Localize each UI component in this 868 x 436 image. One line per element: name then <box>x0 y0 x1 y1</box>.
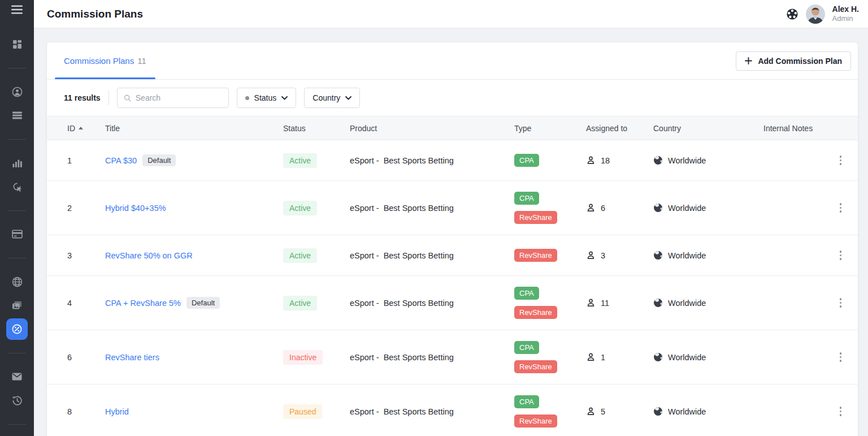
plan-title-link[interactable]: CPA $30 <box>105 156 137 165</box>
column-header-title[interactable]: Title <box>105 124 283 133</box>
plan-title-link[interactable]: Hybrid $40+35% <box>105 204 166 213</box>
sidebar <box>0 0 34 436</box>
column-header-assigned-to[interactable]: Assigned to <box>586 124 653 133</box>
results-count: 11 results <box>64 93 101 102</box>
country-label: Worldwide <box>668 204 706 213</box>
person-icon <box>586 203 596 213</box>
type-cell: RevShare <box>514 249 586 262</box>
row-actions-kebab-icon[interactable] <box>837 200 845 216</box>
list-icon <box>6 105 28 126</box>
column-header-country[interactable]: Country <box>653 124 763 133</box>
assigned-to-cell: 1 <box>586 352 653 362</box>
table-header: ID Title Status Product Type Assigned to… <box>47 116 858 140</box>
plan-title-link[interactable]: RevShare tiers <box>105 353 159 362</box>
status-badge: Active <box>283 153 317 168</box>
default-badge: Default <box>142 154 176 166</box>
sidebar-item-mail[interactable] <box>0 365 34 388</box>
sidebar-item-list[interactable] <box>0 103 34 127</box>
row-actions-kebab-icon[interactable] <box>837 247 845 264</box>
table-row: 2 Hybrid $40+35% Active eSport - Best Sp… <box>47 181 858 235</box>
country-cell: Worldwide <box>653 251 763 260</box>
sidebar-item-payments[interactable] <box>0 222 34 246</box>
add-button-label: Add Commission Plan <box>758 57 842 66</box>
assigned-to-cell: 6 <box>586 203 653 213</box>
status-filter-dropdown[interactable]: Status <box>237 88 297 108</box>
plan-title-link[interactable]: CPA + RevShare 5% <box>105 299 181 308</box>
hamburger-menu-button[interactable] <box>0 0 34 19</box>
plan-id: 6 <box>67 353 105 362</box>
column-header-status[interactable]: Status <box>283 124 350 133</box>
sidebar-item-websites[interactable] <box>0 270 34 293</box>
product-cell: eSport - Best Sports Betting <box>350 299 514 308</box>
globe-icon <box>653 156 663 165</box>
person-icon <box>586 156 596 165</box>
table-row: 8 Hybrid Paused eSport - Best Sports Bet… <box>47 385 858 436</box>
person-icon <box>586 251 596 260</box>
globe-icon <box>653 203 663 213</box>
chevron-down-icon <box>281 96 288 100</box>
globe-icon <box>653 352 663 362</box>
search-box[interactable] <box>117 88 229 108</box>
sidebar-item-profile[interactable] <box>0 80 34 103</box>
status-cell: Paused <box>283 404 350 419</box>
main-area: Commission Plans <box>34 0 868 436</box>
plan-title-cell: CPA $30 Default <box>105 154 283 166</box>
plan-title-link[interactable]: Hybrid <box>105 407 129 416</box>
assigned-to-cell: 5 <box>586 407 653 416</box>
country-cell: Worldwide <box>653 352 763 362</box>
plan-title-cell: CPA + RevShare 5% Default <box>105 297 283 309</box>
assigned-count: 1 <box>601 353 605 362</box>
type-cell: CPA <box>514 154 586 167</box>
sidebar-item-dashboard[interactable] <box>0 32 34 56</box>
plan-id: 3 <box>67 251 105 260</box>
user-info[interactable]: Alex H. Admin <box>832 5 859 24</box>
row-actions-kebab-icon[interactable] <box>837 295 845 311</box>
row-actions-kebab-icon[interactable] <box>837 403 845 420</box>
plan-title-cell: RevShare 50% on GGR <box>105 251 283 260</box>
assigned-count: 11 <box>601 299 609 308</box>
type-cell: CPARevShare <box>514 341 586 373</box>
chevron-down-icon <box>345 96 351 100</box>
avatar[interactable] <box>806 5 825 24</box>
plan-title-cell: Hybrid <box>105 407 283 416</box>
status-badge: Active <box>283 201 317 215</box>
status-cell: Active <box>283 296 350 310</box>
sidebar-item-creatives[interactable] <box>0 293 34 317</box>
sidebar-divider <box>0 198 34 222</box>
conversions-icon <box>6 176 28 197</box>
type-badge-cpa: CPA <box>514 154 539 167</box>
type-badge-cpa: CPA <box>514 395 539 408</box>
column-header-id[interactable]: ID <box>67 124 105 133</box>
table-row: 6 RevShare tiers Inactive eSport - Best … <box>47 330 858 385</box>
column-header-type[interactable]: Type <box>514 124 586 133</box>
table-row: 1 CPA $30 Default Active eSport - Best S… <box>47 140 858 181</box>
plan-title-cell: Hybrid $40+35% <box>105 204 283 213</box>
sidebar-item-conversions[interactable] <box>0 175 34 198</box>
column-header-product[interactable]: Product <box>350 124 514 133</box>
plan-title-link[interactable]: RevShare 50% on GGR <box>105 251 193 260</box>
globe-icon <box>653 251 663 260</box>
mail-icon <box>6 366 28 387</box>
tabs-row: Commission Plans 11 Add Commission Plan <box>47 42 858 80</box>
globe-icon <box>653 407 663 416</box>
search-input[interactable] <box>136 93 222 102</box>
country-cell: Worldwide <box>653 298 763 308</box>
sidebar-item-history[interactable] <box>0 388 34 412</box>
country-cell: Worldwide <box>653 407 763 416</box>
row-actions-kebab-icon[interactable] <box>837 349 845 365</box>
sidebar-item-commissions[interactable] <box>0 317 34 341</box>
column-header-internal-notes[interactable]: Internal Notes <box>763 124 822 133</box>
type-cell: CPARevShare <box>514 395 586 428</box>
statistics-icon <box>6 152 28 174</box>
add-commission-plan-button[interactable]: Add Commission Plan <box>736 51 851 71</box>
status-cell: Active <box>283 248 350 263</box>
assigned-count: 6 <box>601 204 605 213</box>
country-filter-dropdown[interactable]: Country <box>304 88 360 108</box>
sidebar-item-statistics[interactable] <box>0 151 34 175</box>
type-cell: CPARevShare <box>514 192 586 224</box>
sports-ball-icon[interactable] <box>786 8 798 20</box>
type-badge-revshare: RevShare <box>514 211 557 224</box>
row-actions-kebab-icon[interactable] <box>837 152 845 169</box>
tab-commission-plans[interactable]: Commission Plans 11 <box>55 42 155 79</box>
plan-title-cell: RevShare tiers <box>105 353 283 362</box>
